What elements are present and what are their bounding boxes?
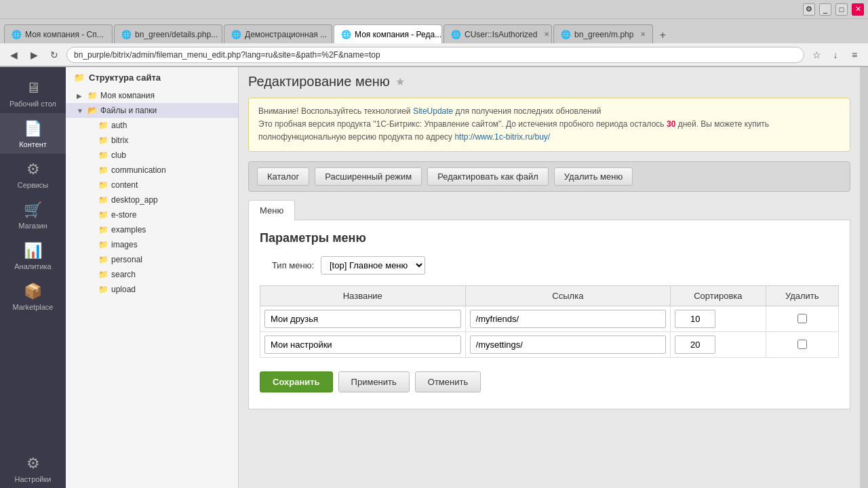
sidebar-item-services[interactable]: ⚙ Сервисы: [0, 154, 66, 195]
tree-item-search[interactable]: 📁 search: [66, 267, 238, 282]
tree-item-club[interactable]: 📁 club: [66, 148, 238, 163]
advanced-mode-button[interactable]: Расширенный режим: [315, 167, 422, 186]
tab-close-5[interactable]: ✕: [544, 30, 549, 38]
cancel-button[interactable]: Отменить: [415, 371, 481, 392]
menu-sort-input-2[interactable]: [675, 336, 715, 354]
maximize-btn[interactable]: □: [835, 3, 848, 16]
alert-text-2: для получения последних обновлений: [456, 106, 601, 116]
siteupdate-link[interactable]: SiteUpdate: [413, 106, 453, 116]
minimize-btn[interactable]: _: [819, 3, 831, 16]
sidebar-label-services: Сервисы: [18, 181, 49, 189]
tree-label-images: images: [111, 240, 138, 249]
settings-btn[interactable]: ⚙: [803, 3, 815, 16]
app-body: 🖥 Рабочий стол 📄 Контент ⚙ Сервисы 🛒 Маг…: [0, 67, 868, 488]
folder-icon-desktop-app: 📁: [98, 195, 108, 205]
tree-item-images[interactable]: 📁 images: [66, 237, 238, 252]
menu-url-input-2[interactable]: [470, 336, 667, 354]
menu-name-input-2[interactable]: [264, 336, 461, 354]
table-cell-url-2: [465, 331, 671, 357]
sidebar-item-content[interactable]: 📄 Контент: [0, 113, 66, 154]
folder-icon-bitrix: 📁: [98, 136, 108, 145]
sidebar-item-analytics[interactable]: 📊 Аналитика: [0, 235, 66, 276]
catalog-button[interactable]: Каталог: [257, 167, 309, 186]
sidebar-item-desktop[interactable]: 🖥 Рабочий стол: [0, 73, 66, 113]
sidebar-item-marketplace[interactable]: 📦 Marketplace: [0, 276, 66, 317]
tree-label-desktop-app: desktop_app: [111, 195, 158, 205]
tree-label-estore: e-store: [111, 210, 136, 220]
sidebar-item-settings[interactable]: ⚙ Настройки: [0, 448, 66, 488]
tab-3[interactable]: 🌐 Демонстрационная ... ✕: [224, 24, 332, 43]
tab-menu[interactable]: Меню: [248, 200, 295, 220]
tree-item-mycompany[interactable]: ▶ 📁 Моя компания: [66, 88, 238, 103]
tree-item-auth[interactable]: 📁 auth: [66, 118, 238, 133]
table-row: [260, 306, 839, 331]
save-button[interactable]: Сохранить: [260, 371, 333, 392]
delete-checkbox-2[interactable]: [797, 340, 807, 349]
tab-4[interactable]: 🌐 Моя компания - Реда... ✕: [334, 24, 442, 43]
tree-item-desktop-app[interactable]: 📁 desktop_app: [66, 192, 238, 207]
close-btn[interactable]: ✕: [852, 3, 864, 16]
tab-close-1[interactable]: ✕: [111, 30, 113, 38]
tree-item-estore[interactable]: 📁 e-store: [66, 207, 238, 222]
bookmark-icon[interactable]: ☆: [808, 47, 825, 63]
favicon-2: 🌐: [121, 30, 131, 39]
tree-item-content[interactable]: 📁 content: [66, 178, 238, 192]
tree-item-personal[interactable]: 📁 personal: [66, 252, 238, 267]
tab-label-6: bn_green/m.php: [574, 30, 633, 39]
tree-label-content: content: [111, 180, 138, 190]
marketplace-icon: 📦: [24, 283, 42, 300]
alert-line2: Это пробная версия продукта "1С-Битрикс:…: [258, 118, 840, 144]
table-cell-name-2: [260, 331, 466, 357]
tab-5[interactable]: 🌐 CUser::IsAuthorized ✕: [443, 24, 552, 43]
col-delete: Удалить: [766, 285, 838, 306]
back-button[interactable]: ◀: [5, 47, 22, 63]
alert-line1: Внимание! Воспользуйтесь технологией Sit…: [258, 105, 840, 118]
content-icon: 📄: [24, 120, 42, 138]
sidebar-item-shop[interactable]: 🛒 Магазин: [0, 195, 66, 235]
apply-button[interactable]: Применить: [338, 371, 410, 392]
favicon-1: 🌐: [12, 30, 21, 39]
alert-text-1: Внимание! Воспользуйтесь технологией: [258, 106, 413, 116]
menu-sort-input-1[interactable]: [675, 310, 715, 328]
delete-checkbox-1[interactable]: [797, 314, 807, 323]
tab-2[interactable]: 🌐 bn_green/details.php... ✕: [114, 24, 222, 43]
sidebar-label-desktop: Рабочий стол: [9, 100, 56, 108]
folder-icon-content: 📁: [98, 180, 108, 190]
favicon-5: 🌐: [451, 30, 460, 39]
tab-label-1: Моя компания - Сп...: [25, 30, 104, 39]
folder-icon-upload: 📁: [98, 285, 108, 294]
menu-icon[interactable]: ≡: [846, 47, 863, 63]
tab-6[interactable]: 🌐 bn_green/m.php ✕: [553, 24, 653, 43]
tab-close-6[interactable]: ✕: [640, 30, 646, 38]
tree-item-files[interactable]: ▼ 📂 Файлы и папки: [66, 103, 238, 118]
edit-as-file-button[interactable]: Редактировать как файл: [427, 167, 549, 186]
menu-name-input-1[interactable]: [264, 310, 461, 328]
tree-item-bitrix[interactable]: 📁 bitrix: [66, 133, 238, 148]
menu-type-select[interactable]: [top] Главное меню: [321, 256, 425, 274]
forward-button[interactable]: ▶: [26, 47, 42, 63]
tree-item-upload[interactable]: 📁 upload: [66, 282, 238, 297]
section-title: Параметры меню: [260, 231, 839, 245]
tree-item-communication[interactable]: 📁 communication: [66, 163, 238, 178]
main-content: Редактирование меню ★ Внимание! Воспольз…: [239, 67, 860, 488]
scrollbar[interactable]: [860, 67, 868, 488]
delete-menu-button[interactable]: Удалить меню: [554, 167, 633, 186]
tab-label-2: bn_green/details.php...: [135, 30, 218, 39]
alert-text-3: Это пробная версия продукта "1С-Битрикс:…: [258, 119, 667, 129]
download-icon[interactable]: ↓: [827, 47, 844, 63]
favorite-star-icon[interactable]: ★: [395, 75, 405, 88]
new-tab-button[interactable]: +: [654, 27, 671, 43]
days-remaining: 30: [667, 119, 675, 129]
tree-label-mycompany: Моя компания: [100, 91, 155, 100]
menu-url-input-1[interactable]: [470, 310, 667, 328]
col-url: Ссылка: [465, 285, 671, 306]
folder-icon-personal: 📁: [98, 255, 108, 264]
address-input[interactable]: [66, 47, 804, 63]
tree-item-examples[interactable]: 📁 examples: [66, 222, 238, 237]
buy-link[interactable]: http://www.1c-bitrix.ru/buy/: [454, 132, 550, 142]
address-bar: ◀ ▶ ↻ ☆ ↓ ≡: [0, 43, 868, 66]
tab-1[interactable]: 🌐 Моя компания - Сп... ✕: [4, 24, 113, 43]
refresh-button[interactable]: ↻: [46, 47, 62, 63]
table-cell-del-2: [766, 331, 838, 357]
section-panel: Параметры меню Тип меню: [top] Главное м…: [248, 220, 850, 409]
